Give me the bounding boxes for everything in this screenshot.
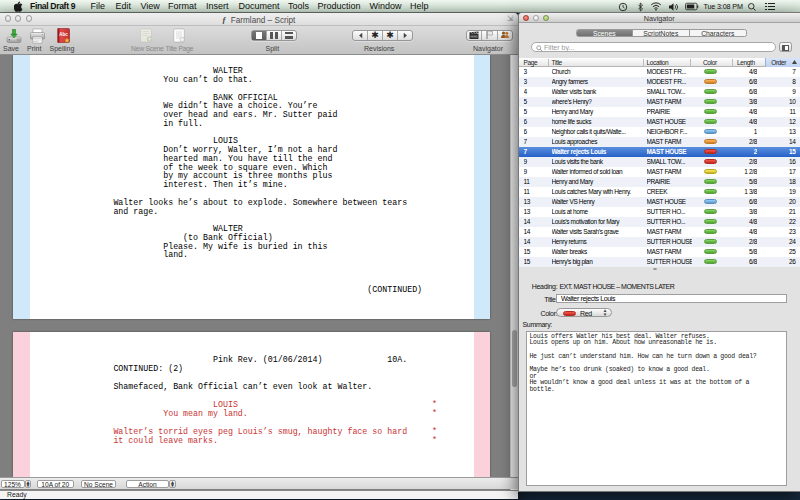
svg-text:Abc: Abc — [59, 32, 68, 37]
